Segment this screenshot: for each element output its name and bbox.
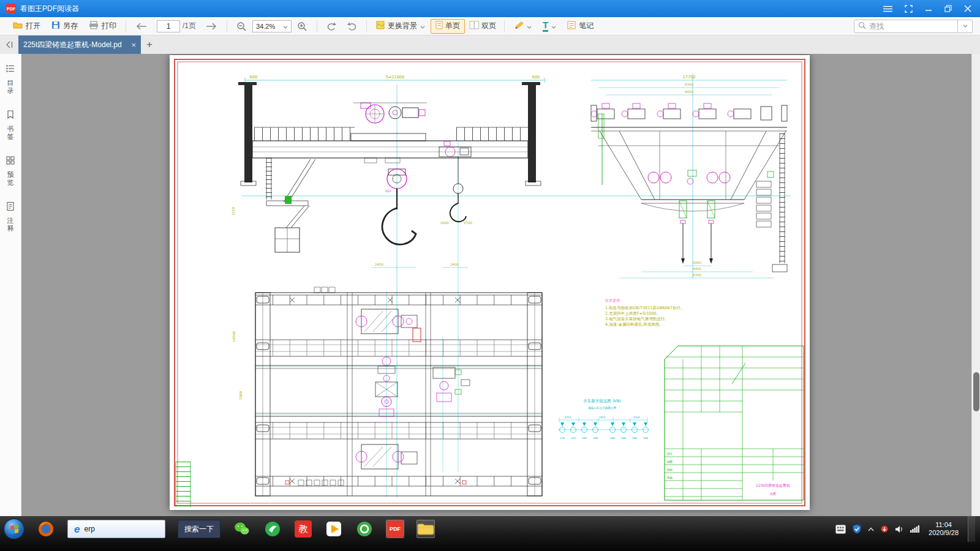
redo-button[interactable]	[342, 18, 363, 34]
centerlines	[242, 73, 791, 497]
double-page-icon	[469, 21, 479, 31]
chevron-up-icon[interactable]	[868, 527, 874, 531]
show-desktop-button[interactable]	[968, 516, 975, 542]
tab-document[interactable]: 225t四梁铸造起重机-Model.pd ×	[18, 36, 141, 54]
restore-button[interactable]	[944, 5, 952, 12]
svg-text:566: 566	[610, 437, 615, 440]
svg-text:S=21000: S=21000	[386, 75, 404, 80]
thumbnails-icon	[6, 156, 15, 168]
vertical-scrollbar[interactable]	[971, 54, 980, 516]
zoom-in-button[interactable]	[292, 18, 313, 34]
svg-text:566: 566	[582, 437, 587, 440]
tab-bar: 225t四梁铸造起重机-Model.pd × +	[0, 36, 980, 54]
highlighter-icon	[514, 20, 524, 32]
double-page-button[interactable]: 双页	[465, 19, 500, 34]
green-app-icon[interactable]	[263, 520, 282, 538]
volume-icon[interactable]	[895, 525, 903, 533]
firefox-icon[interactable]	[37, 520, 55, 538]
sidebar-item-preview[interactable]: 预览	[6, 156, 15, 187]
search-input[interactable]	[869, 22, 954, 31]
search-options-button[interactable]	[958, 20, 973, 33]
open-button[interactable]: 打开	[7, 18, 46, 34]
svg-text:2.主梁跨中上拱度F=S/1000。: 2.主梁跨中上拱度F=S/1000。	[605, 311, 660, 316]
svg-text:1050: 1050	[633, 416, 640, 419]
title-block: 设计 制图 校对 审核 225t四梁铸造起重机 总图	[665, 346, 804, 500]
page-total: /1页	[183, 21, 196, 31]
prev-page-button[interactable]	[130, 18, 153, 34]
chevron-down-icon	[283, 23, 288, 30]
start-button[interactable]	[4, 519, 24, 539]
svg-text:4.涂漆:金属结构黄色,两底两面。: 4.涂漆:金属结构黄色,两底两面。	[605, 322, 663, 327]
text-tool-button[interactable]: T	[537, 18, 562, 34]
search-box	[854, 20, 958, 33]
document-viewport[interactable]: 600 S=21000 600	[21, 54, 971, 516]
single-page-button[interactable]: 单页	[431, 19, 465, 34]
page-number-input[interactable]	[157, 20, 180, 32]
printer-icon	[89, 21, 99, 31]
svg-text:2700: 2700	[464, 221, 472, 225]
menu-icon[interactable]	[883, 6, 892, 12]
pdf-page: 600 S=21000 600	[170, 55, 810, 510]
zoom-out-button[interactable]	[231, 18, 252, 34]
safety-dot-icon[interactable]	[881, 525, 888, 533]
svg-text:600: 600	[250, 75, 257, 80]
search-bar-button[interactable]: 搜索一下	[178, 520, 221, 538]
close-button[interactable]	[964, 5, 971, 12]
svg-text:制图: 制图	[667, 460, 673, 463]
svg-text:566: 566	[643, 437, 648, 440]
new-tab-button[interactable]: +	[141, 36, 158, 54]
svg-text:2060: 2060	[693, 261, 701, 264]
scrollbar-thumb[interactable]	[973, 372, 979, 411]
change-background-button[interactable]: 更换背景	[371, 18, 431, 34]
svg-text:566: 566	[593, 437, 598, 440]
wechat-icon[interactable]	[233, 520, 251, 538]
svg-text:570: 570	[560, 437, 565, 440]
ie-window-button[interactable]: e erp	[67, 520, 165, 538]
highlighter-tool-button[interactable]	[508, 18, 537, 34]
browser-360-icon[interactable]	[355, 520, 374, 538]
shield-icon[interactable]	[853, 524, 861, 534]
stairs-detail	[176, 462, 190, 507]
network-icon[interactable]	[910, 525, 919, 533]
cad-drawing: 600 S=21000 600	[170, 55, 810, 510]
svg-text:566: 566	[632, 437, 637, 440]
background-swatch-icon	[376, 21, 385, 31]
app-title: 看图王PDF阅读器	[20, 4, 79, 14]
print-button[interactable]: 打印	[83, 18, 122, 34]
edu-app-icon[interactable]: 教	[294, 520, 312, 538]
tab-close-icon[interactable]: ×	[131, 40, 136, 50]
sidebar-item-bookmarks[interactable]: 书签	[6, 110, 15, 141]
undo-button[interactable]	[321, 18, 342, 34]
svg-text:10500: 10500	[232, 331, 236, 342]
plan-view: 10500 5000	[232, 287, 542, 496]
notes-button[interactable]: 笔记	[562, 18, 599, 34]
minimize-button[interactable]	[925, 5, 932, 12]
search-icon	[858, 21, 866, 31]
ime-icon[interactable]	[835, 525, 846, 534]
svg-text:910: 910	[385, 189, 391, 193]
svg-text:6000: 6000	[685, 90, 693, 94]
chevron-down-icon	[551, 22, 556, 31]
taskbar: e erp 搜索一下 教 PDF	[0, 516, 980, 551]
next-page-button[interactable]	[200, 18, 223, 34]
collapse-sidebar-button[interactable]	[0, 36, 18, 54]
svg-text:校对: 校对	[667, 468, 673, 471]
chevron-down-icon	[420, 22, 425, 31]
save-as-button[interactable]: 另存	[46, 18, 83, 34]
sidebar-item-annotations[interactable]: 注释	[6, 201, 15, 233]
pdf-app-icon[interactable]: PDF	[386, 520, 404, 538]
video-player-icon[interactable]	[325, 520, 343, 538]
annotation-icon	[6, 201, 15, 214]
explorer-folder-icon[interactable]	[417, 520, 435, 538]
front-view: 600 S=21000 600	[232, 75, 545, 268]
svg-text:总图: 总图	[770, 492, 776, 496]
fullscreen-icon[interactable]	[905, 5, 913, 13]
svg-text:审核: 审核	[667, 476, 673, 479]
zoom-level-select[interactable]: 34.2%	[252, 20, 292, 32]
svg-text:225t四梁铸造起重机: 225t四梁铸造起重机	[756, 483, 790, 488]
system-tray: 11:04 2020/9/28	[835, 516, 976, 542]
svg-text:满载小车位于极限位置: 满载小车位于极限位置	[588, 406, 616, 410]
tray-clock[interactable]: 11:04 2020/9/28	[926, 521, 961, 537]
toc-icon	[6, 64, 15, 76]
sidebar-item-contents[interactable]: 目录	[6, 64, 15, 95]
